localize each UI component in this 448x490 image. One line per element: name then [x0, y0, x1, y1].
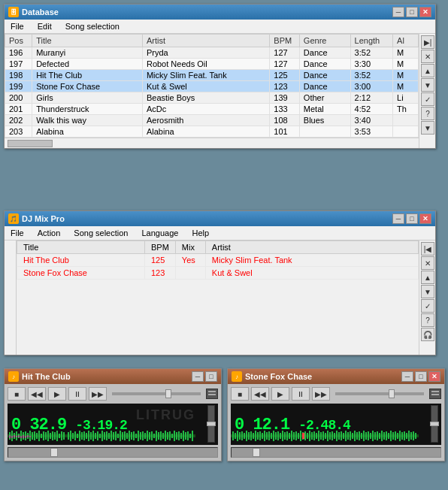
player1-position-thumb[interactable]	[50, 448, 58, 457]
player2-volume-thumb[interactable]	[389, 389, 395, 398]
menu-edit[interactable]: Edit	[35, 21, 55, 32]
player1-minimize-button[interactable]: ─	[192, 371, 204, 382]
player1-eq-btn[interactable]	[206, 389, 218, 399]
db-btn-help[interactable]: ?	[421, 107, 434, 120]
db-table-row[interactable]: 198 Hit The Club Micky Slim Feat. Tank 1…	[5, 70, 419, 81]
player2-eq-btn[interactable]	[429, 389, 441, 399]
svg-rect-100	[248, 432, 250, 440]
player2-display: 0 12.1 -2.48.4	[231, 404, 441, 445]
db-table-row[interactable]: 203 Alabina Alabina 101 3:53	[5, 126, 419, 138]
svg-rect-29	[16, 436, 17, 437]
db-btn-close[interactable]: ✕	[421, 50, 434, 63]
player2-rewind-btn[interactable]: ◀◀	[251, 387, 269, 401]
db-table-row[interactable]: 202 Walk this way Aerosmith 108 Blues 3:…	[5, 115, 419, 126]
db-btn-down[interactable]: ▼	[421, 78, 434, 92]
menu-song-selection[interactable]: Song selection	[62, 21, 123, 32]
svg-rect-44	[86, 433, 87, 439]
svg-rect-27	[11, 436, 13, 438]
minimize-button[interactable]: ─	[392, 7, 404, 17]
player2-close-button[interactable]: ✕	[428, 371, 440, 382]
db-btn-up[interactable]: ▲	[421, 64, 434, 77]
player2-volume-slider[interactable]	[335, 392, 424, 395]
djmix-menu-help[interactable]: Help	[189, 228, 212, 238]
svg-rect-172	[410, 432, 412, 440]
svg-rect-57	[115, 431, 117, 440]
player1-volume-thumb[interactable]	[165, 389, 171, 398]
mix-btn-down[interactable]: ▼	[421, 285, 434, 298]
player1-position-slider[interactable]	[8, 447, 218, 458]
db-cell-title: Hit The Club	[32, 70, 143, 81]
close-button[interactable]: ✕	[419, 7, 431, 17]
player1-pitch-thumb[interactable]	[207, 422, 216, 426]
database-icon: 🗄	[8, 7, 19, 17]
menu-file[interactable]: File	[8, 21, 27, 32]
database-content: Pos Title Artist BPM Genre Length Al 196…	[5, 34, 435, 148]
mix-btn-help[interactable]: ?	[421, 313, 434, 327]
player2-waveform	[231, 428, 419, 443]
db-btn-collapse[interactable]: ▼	[421, 121, 434, 135]
svg-rect-135	[327, 431, 328, 441]
player2-pitch-slider[interactable]	[431, 405, 438, 443]
djmix-menu-file[interactable]: File	[8, 228, 27, 238]
svg-rect-107	[264, 431, 265, 441]
player1-controls: ■ ◀◀ ▶ ⏸ ▶▶	[8, 387, 218, 401]
col-artist: Artist	[142, 35, 269, 47]
db-btn-check[interactable]: ✓	[421, 92, 434, 106]
player1-stop-btn[interactable]: ■	[8, 387, 26, 401]
player2-position-slider[interactable]	[231, 447, 441, 458]
svg-rect-152	[365, 432, 367, 440]
djmix-minimize-button[interactable]: ─	[392, 213, 404, 224]
player1-forward-btn[interactable]: ▶▶	[89, 387, 107, 401]
svg-rect-74	[153, 434, 155, 438]
horizontal-scrollbar[interactable]	[5, 138, 419, 148]
svg-rect-60	[122, 432, 123, 440]
mix-btn-first[interactable]: |◀	[421, 242, 434, 256]
djmix-maximize-button[interactable]: □	[406, 213, 418, 224]
mix-table-row[interactable]: Stone Fox Chase 123 Kut & Swel	[17, 267, 419, 280]
player1-pause-btn[interactable]: ⏸	[68, 387, 86, 401]
player2-play-btn[interactable]: ▶	[271, 387, 289, 401]
svg-rect-97	[241, 431, 243, 440]
djmix-menu-action[interactable]: Action	[35, 228, 64, 238]
svg-rect-117	[286, 431, 288, 440]
db-table-row[interactable]: 199 Stone Fox Chase Kut & Swel 123 Dance…	[5, 81, 419, 92]
djmix-menu-language[interactable]: Language	[138, 228, 181, 238]
djmix-close-button[interactable]: ✕	[419, 213, 431, 224]
database-table: Pos Title Artist BPM Genre Length Al 196…	[5, 34, 419, 138]
svg-rect-20	[52, 431, 53, 440]
player1-play-btn[interactable]: ▶	[48, 387, 66, 401]
player2-maximize-button[interactable]: □	[415, 371, 427, 382]
db-table-row[interactable]: 196 Muranyi Pryda 127 Dance 3:52 M	[5, 47, 419, 59]
db-table-row[interactable]: 200 Girls Beastie Boys 139 Other 2:12 Li	[5, 92, 419, 104]
db-table-row[interactable]: 201 Thunderstruck AcDc 133 Metal 4:52 Th	[5, 104, 419, 115]
player1-rewind-btn[interactable]: ◀◀	[28, 387, 46, 401]
db-table-row[interactable]: 197 Defected Robot Needs Oil 127 Dance 3…	[5, 59, 419, 70]
mix-btn-up[interactable]: ▲	[421, 271, 434, 284]
svg-rect-25	[63, 432, 65, 440]
svg-rect-154	[370, 433, 371, 439]
player1-pitch-slider[interactable]	[207, 405, 215, 443]
db-cell-length: 3:40	[350, 115, 392, 126]
h-scroll-thumb[interactable]	[8, 140, 53, 147]
svg-rect-34	[27, 435, 29, 437]
player2-stop-btn[interactable]: ■	[231, 387, 249, 401]
player2-pitch-thumb[interactable]	[430, 422, 439, 426]
mix-btn-close[interactable]: ✕	[421, 256, 434, 270]
db-cell-bpm: 127	[270, 47, 300, 59]
svg-rect-136	[329, 432, 331, 440]
db-btn-next[interactable]: ▶|	[421, 35, 434, 49]
djmix-menu-song[interactable]: Song selection	[71, 228, 131, 238]
player2-forward-btn[interactable]: ▶▶	[312, 387, 330, 401]
mix-table-row[interactable]: Hit The Club 125 Yes Micky Slim Feat. Ta…	[17, 254, 419, 267]
svg-rect-156	[374, 432, 376, 440]
mix-btn-headphones[interactable]: 🎧	[421, 328, 434, 341]
player2-minimize-button[interactable]: ─	[401, 371, 413, 382]
player2-pause-btn[interactable]: ⏸	[292, 387, 310, 401]
player2-position-thumb[interactable]	[253, 448, 260, 457]
database-scroll[interactable]: Pos Title Artist BPM Genre Length Al 196…	[5, 34, 419, 138]
mix-btn-check[interactable]: ✓	[421, 299, 434, 313]
player1-volume-slider[interactable]	[112, 392, 201, 395]
player1-maximize-button[interactable]: □	[205, 371, 217, 382]
player1-display: 0 32.9 -3.19.2 LITRUG	[8, 404, 218, 445]
maximize-button[interactable]: □	[406, 7, 418, 17]
